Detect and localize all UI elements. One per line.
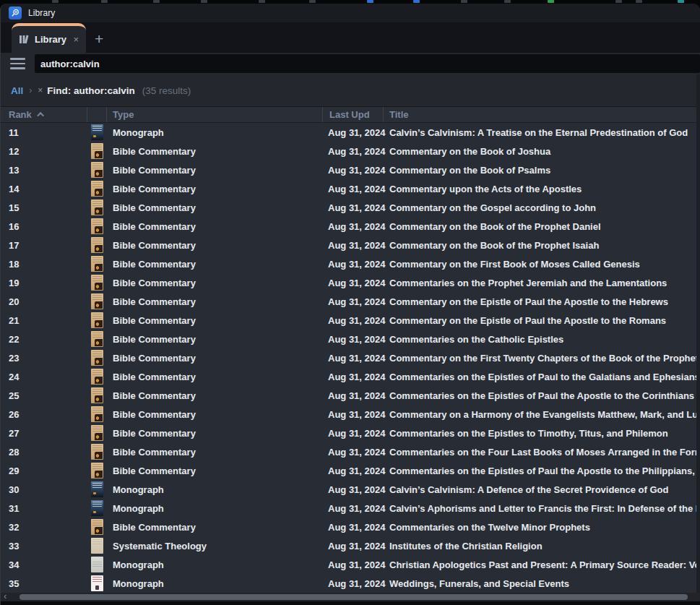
scrollbar-thumb[interactable] — [20, 594, 688, 600]
cover-cell — [87, 199, 107, 215]
new-tab-button[interactable]: + — [95, 31, 103, 46]
book-cover-thumbnail-icon — [91, 406, 103, 422]
table-row[interactable]: 25 Bible Commentary Aug 31, 2024 Comment… — [1, 386, 700, 405]
title-cell: Commentaries on the Epistles of Paul to … — [384, 372, 700, 382]
table-row[interactable]: 18 Bible Commentary Aug 31, 2024 Comment… — [1, 254, 700, 273]
table-row[interactable]: 23 Bible Commentary Aug 31, 2024 Comment… — [1, 348, 700, 367]
chevron-right-icon: › — [29, 85, 32, 95]
table-row[interactable]: 31 Monograph Aug 31, 2024 Calvin’s Aphor… — [1, 499, 700, 518]
table-row[interactable]: 21 Bible Commentary Aug 31, 2024 Comment… — [1, 311, 700, 330]
book-cover-thumbnail-icon — [91, 199, 103, 215]
table-row[interactable]: 34 Monograph Aug 31, 2024 Christian Apol… — [1, 555, 700, 574]
last-updated-cell: Aug 31, 2024 — [323, 353, 384, 364]
last-updated-cell: Aug 31, 2024 — [323, 259, 384, 270]
cover-cell — [87, 575, 107, 591]
rank-cell: 34 — [1, 559, 87, 570]
table-row[interactable]: 20 Bible Commentary Aug 31, 2024 Comment… — [1, 292, 700, 311]
tab-library[interactable]: Library × — [12, 23, 86, 53]
column-header-type[interactable]: Type — [107, 107, 323, 122]
cover-cell — [87, 557, 107, 572]
table-row[interactable]: 28 Bible Commentary Aug 31, 2024 Comment… — [1, 442, 700, 461]
book-cover-thumbnail-icon — [91, 218, 103, 234]
cover-cell — [87, 181, 107, 197]
table-row[interactable]: 33 Systematic Theology Aug 31, 2024 Inst… — [1, 536, 700, 555]
table-row[interactable]: 24 Bible Commentary Aug 31, 2024 Comment… — [1, 367, 700, 386]
rank-cell: 21 — [1, 315, 87, 326]
table-row[interactable]: 13 Bible Commentary Aug 31, 2024 Comment… — [1, 160, 700, 179]
last-updated-cell: Aug 31, 2024 — [323, 522, 384, 533]
title-cell: Christian Apologetics Past and Present: … — [384, 559, 700, 570]
column-header-last-upd[interactable]: Last Upd — [323, 107, 384, 122]
results-count: (35 results) — [142, 85, 191, 96]
type-cell: Monograph — [107, 559, 323, 570]
rank-header-label: Rank — [9, 109, 32, 120]
last-updated-cell: Aug 31, 2024 — [323, 390, 384, 401]
pane-right-edge — [696, 74, 700, 593]
last-updated-cell: Aug 31, 2024 — [323, 240, 384, 251]
title-cell: Commentaries on the Epistles of Paul the… — [384, 390, 700, 401]
rank-cell: 29 — [1, 465, 87, 476]
scroll-left-icon[interactable]: ‹ — [4, 592, 7, 601]
book-cover-thumbnail-icon — [91, 387, 103, 403]
tab-label: Library — [35, 34, 66, 45]
table-row[interactable]: 12 Bible Commentary Aug 31, 2024 Comment… — [1, 142, 700, 160]
taskbar-icon — [367, 0, 373, 3]
type-cell: Bible Commentary — [107, 165, 323, 176]
table-row[interactable]: 22 Bible Commentary Aug 31, 2024 Comment… — [1, 330, 700, 348]
table-row[interactable]: 32 Bible Commentary Aug 31, 2024 Comment… — [1, 518, 700, 536]
table-row[interactable]: 30 Monograph Aug 31, 2024 Calvin’s Calvi… — [1, 480, 700, 499]
breadcrumb-all-link[interactable]: All — [11, 85, 23, 96]
title-cell: Commentaries on the Epistles to Timothy,… — [384, 428, 700, 439]
taskbar-icon — [615, 0, 622, 3]
column-header-rank[interactable]: Rank — [1, 107, 87, 122]
table-row[interactable]: 11 Monograph Aug 31, 2024 Calvin’s Calvi… — [1, 123, 700, 142]
taskbar-icon — [259, 0, 265, 3]
tab-close-icon[interactable]: × — [72, 33, 80, 46]
menu-icon[interactable] — [10, 58, 25, 69]
column-header-title[interactable]: Title — [384, 107, 700, 122]
last-updated-cell: Aug 31, 2024 — [323, 315, 384, 326]
taskbar-icon — [153, 0, 160, 3]
title-cell: Commentary on the First Book of Moses Ca… — [384, 259, 700, 270]
last-updated-cell: Aug 31, 2024 — [323, 184, 384, 194]
taskbar-icon — [309, 0, 316, 3]
search-row — [1, 53, 700, 74]
table-row[interactable]: 29 Bible Commentary Aug 31, 2024 Comment… — [1, 461, 700, 480]
title-cell: Commentary on the Book of the Prophet Da… — [384, 221, 700, 232]
table-row[interactable]: 17 Bible Commentary Aug 31, 2024 Comment… — [1, 236, 700, 254]
book-cover-thumbnail-icon — [91, 500, 103, 516]
taskbar-icon — [201, 0, 207, 3]
type-cell: Bible Commentary — [107, 465, 323, 476]
title-cell: Commentaries on the Epistles of Paul the… — [384, 465, 700, 476]
taskbar-icon — [678, 0, 684, 3]
type-cell: Bible Commentary — [107, 296, 323, 307]
title-cell: Weddings, Funerals, and Special Events — [384, 578, 700, 589]
type-cell: Bible Commentary — [107, 353, 323, 364]
table-row[interactable]: 14 Bible Commentary Aug 31, 2024 Comment… — [1, 179, 700, 198]
table-row[interactable]: 27 Bible Commentary Aug 31, 2024 Comment… — [1, 424, 700, 442]
search-input[interactable] — [35, 54, 700, 73]
horizontal-scrollbar[interactable]: ‹ — [1, 593, 700, 601]
table-row[interactable]: 35 Monograph Aug 31, 2024 Weddings, Fune… — [1, 574, 700, 593]
rank-cell: 14 — [1, 184, 87, 194]
table-row[interactable]: 26 Bible Commentary Aug 31, 2024 Comment… — [1, 405, 700, 424]
table-row[interactable]: 16 Bible Commentary Aug 31, 2024 Comment… — [1, 217, 700, 236]
book-cover-thumbnail-icon — [91, 124, 103, 140]
last-updated-cell: Aug 31, 2024 — [323, 559, 384, 570]
title-cell: Commentary on the First Twenty Chapters … — [384, 353, 700, 364]
table-row[interactable]: 19 Bible Commentary Aug 31, 2024 Comment… — [1, 273, 700, 292]
table-row[interactable]: 15 Bible Commentary Aug 31, 2024 Comment… — [1, 198, 700, 217]
column-header-cover[interactable] — [87, 107, 107, 122]
rank-cell: 23 — [1, 353, 87, 364]
last-updated-cell: Aug 31, 2024 — [323, 146, 384, 157]
remove-filter-icon[interactable]: × — [38, 85, 43, 95]
cover-cell — [87, 500, 107, 516]
type-cell: Monograph — [107, 127, 323, 138]
last-upd-header-label: Last Upd — [329, 109, 370, 120]
cover-cell — [87, 425, 107, 441]
cover-cell — [87, 312, 107, 328]
cover-cell — [87, 256, 107, 272]
book-cover-thumbnail-icon — [91, 237, 103, 253]
rank-cell: 12 — [1, 146, 87, 157]
active-filter-label[interactable]: Find: author:calvin — [47, 85, 135, 96]
